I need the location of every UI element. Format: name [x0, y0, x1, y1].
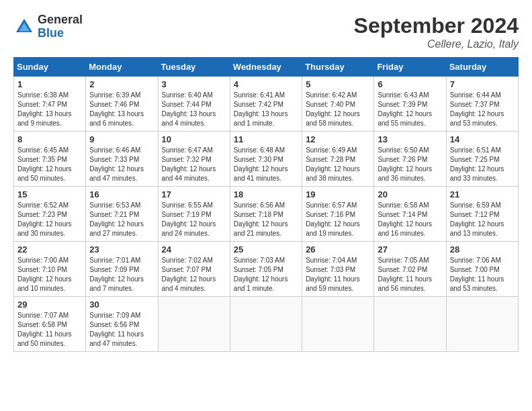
- week-row-3: 15Sunrise: 6:52 AM Sunset: 7:23 PM Dayli…: [14, 187, 519, 242]
- day-info: Sunrise: 6:43 AM Sunset: 7:39 PM Dayligh…: [378, 91, 442, 128]
- day-info: Sunrise: 6:45 AM Sunset: 7:35 PM Dayligh…: [17, 146, 82, 183]
- day-number: 8: [17, 134, 82, 144]
- weekday-header-row: SundayMondayTuesdayWednesdayThursdayFrid…: [14, 58, 519, 77]
- day-number: 29: [17, 300, 82, 310]
- day-number: 18: [234, 189, 298, 199]
- day-info: Sunrise: 6:55 AM Sunset: 7:19 PM Dayligh…: [162, 201, 226, 238]
- day-info: Sunrise: 6:38 AM Sunset: 7:47 PM Dayligh…: [17, 91, 82, 128]
- day-cell: 23Sunrise: 7:01 AM Sunset: 7:09 PM Dayli…: [86, 242, 158, 297]
- weekday-header-wednesday: Wednesday: [230, 58, 302, 77]
- day-cell: 26Sunrise: 7:04 AM Sunset: 7:03 PM Dayli…: [302, 242, 374, 297]
- day-cell: 13Sunrise: 6:50 AM Sunset: 7:26 PM Dayli…: [374, 132, 446, 187]
- day-number: 14: [450, 134, 515, 144]
- weekday-header-friday: Friday: [374, 58, 446, 77]
- day-info: Sunrise: 6:59 AM Sunset: 7:12 PM Dayligh…: [450, 201, 515, 238]
- day-cell: 3Sunrise: 6:40 AM Sunset: 7:44 PM Daylig…: [158, 77, 230, 132]
- day-info: Sunrise: 6:51 AM Sunset: 7:25 PM Dayligh…: [450, 146, 515, 183]
- day-info: Sunrise: 6:56 AM Sunset: 7:18 PM Dayligh…: [234, 201, 298, 238]
- day-number: 3: [162, 79, 226, 89]
- day-cell: 1Sunrise: 6:38 AM Sunset: 7:47 PM Daylig…: [14, 77, 86, 132]
- day-number: 12: [306, 134, 370, 144]
- weekday-header-tuesday: Tuesday: [158, 58, 230, 77]
- day-cell: 21Sunrise: 6:59 AM Sunset: 7:12 PM Dayli…: [446, 187, 518, 242]
- calendar: SundayMondayTuesdayWednesdayThursdayFrid…: [13, 57, 519, 352]
- day-number: 9: [89, 134, 154, 144]
- day-cell: 27Sunrise: 7:05 AM Sunset: 7:02 PM Dayli…: [374, 242, 446, 297]
- day-cell: 10Sunrise: 6:47 AM Sunset: 7:32 PM Dayli…: [158, 132, 230, 187]
- day-number: 27: [378, 244, 442, 255]
- day-info: Sunrise: 6:48 AM Sunset: 7:30 PM Dayligh…: [234, 146, 298, 183]
- week-row-4: 22Sunrise: 7:00 AM Sunset: 7:10 PM Dayli…: [14, 242, 519, 297]
- title-section: September 2024 Cellere, Lazio, Italy: [354, 13, 519, 50]
- day-cell: [374, 297, 446, 352]
- day-info: Sunrise: 6:57 AM Sunset: 7:16 PM Dayligh…: [306, 201, 370, 238]
- day-cell: 5Sunrise: 6:42 AM Sunset: 7:40 PM Daylig…: [302, 77, 374, 132]
- day-info: Sunrise: 6:40 AM Sunset: 7:44 PM Dayligh…: [162, 91, 226, 128]
- logo-text: General Blue: [38, 13, 83, 40]
- day-cell: 9Sunrise: 6:46 AM Sunset: 7:33 PM Daylig…: [86, 132, 158, 187]
- location: Cellere, Lazio, Italy: [354, 38, 519, 50]
- day-number: 24: [162, 244, 226, 255]
- logo-general: General: [38, 13, 83, 27]
- weekday-header-monday: Monday: [86, 58, 158, 77]
- day-info: Sunrise: 6:46 AM Sunset: 7:33 PM Dayligh…: [89, 146, 154, 183]
- day-info: Sunrise: 7:02 AM Sunset: 7:07 PM Dayligh…: [162, 256, 226, 293]
- page-header: General Blue September 2024 Cellere, Laz…: [13, 13, 519, 50]
- day-cell: [302, 297, 374, 352]
- day-number: 16: [89, 189, 154, 199]
- day-info: Sunrise: 7:00 AM Sunset: 7:10 PM Dayligh…: [17, 256, 82, 293]
- day-cell: 15Sunrise: 6:52 AM Sunset: 7:23 PM Dayli…: [14, 187, 86, 242]
- day-cell: 19Sunrise: 6:57 AM Sunset: 7:16 PM Dayli…: [302, 187, 374, 242]
- logo-icon: [13, 16, 35, 38]
- day-number: 7: [450, 79, 515, 89]
- day-cell: [230, 297, 302, 352]
- day-cell: 16Sunrise: 6:53 AM Sunset: 7:21 PM Dayli…: [86, 187, 158, 242]
- day-cell: 25Sunrise: 7:03 AM Sunset: 7:05 PM Dayli…: [230, 242, 302, 297]
- week-row-1: 1Sunrise: 6:38 AM Sunset: 7:47 PM Daylig…: [14, 77, 519, 132]
- day-number: 4: [234, 79, 298, 89]
- day-cell: 6Sunrise: 6:43 AM Sunset: 7:39 PM Daylig…: [374, 77, 446, 132]
- day-cell: 12Sunrise: 6:49 AM Sunset: 7:28 PM Dayli…: [302, 132, 374, 187]
- day-cell: [158, 297, 230, 352]
- day-info: Sunrise: 6:53 AM Sunset: 7:21 PM Dayligh…: [89, 201, 154, 238]
- weekday-header-saturday: Saturday: [446, 58, 518, 77]
- day-cell: 4Sunrise: 6:41 AM Sunset: 7:42 PM Daylig…: [230, 77, 302, 132]
- day-info: Sunrise: 6:58 AM Sunset: 7:14 PM Dayligh…: [378, 201, 442, 238]
- day-info: Sunrise: 7:07 AM Sunset: 6:58 PM Dayligh…: [17, 311, 82, 349]
- day-info: Sunrise: 6:49 AM Sunset: 7:28 PM Dayligh…: [306, 146, 370, 183]
- day-cell: 24Sunrise: 7:02 AM Sunset: 7:07 PM Dayli…: [158, 242, 230, 297]
- day-info: Sunrise: 7:01 AM Sunset: 7:09 PM Dayligh…: [89, 256, 154, 293]
- day-info: Sunrise: 6:42 AM Sunset: 7:40 PM Dayligh…: [306, 91, 370, 128]
- day-number: 30: [89, 300, 154, 310]
- day-info: Sunrise: 7:05 AM Sunset: 7:02 PM Dayligh…: [378, 256, 442, 293]
- day-number: 20: [378, 189, 442, 199]
- day-number: 19: [306, 189, 370, 199]
- day-cell: 20Sunrise: 6:58 AM Sunset: 7:14 PM Dayli…: [374, 187, 446, 242]
- day-info: Sunrise: 7:04 AM Sunset: 7:03 PM Dayligh…: [306, 256, 370, 293]
- day-cell: 29Sunrise: 7:07 AM Sunset: 6:58 PM Dayli…: [14, 297, 86, 352]
- day-number: 26: [306, 244, 370, 255]
- day-number: 11: [234, 134, 298, 144]
- day-cell: 8Sunrise: 6:45 AM Sunset: 7:35 PM Daylig…: [14, 132, 86, 187]
- day-number: 25: [234, 244, 298, 255]
- day-cell: [446, 297, 518, 352]
- day-info: Sunrise: 6:47 AM Sunset: 7:32 PM Dayligh…: [162, 146, 226, 183]
- day-info: Sunrise: 6:41 AM Sunset: 7:42 PM Dayligh…: [234, 91, 298, 128]
- day-cell: 28Sunrise: 7:06 AM Sunset: 7:00 PM Dayli…: [446, 242, 518, 297]
- logo-blue: Blue: [38, 27, 83, 40]
- day-number: 21: [450, 189, 515, 199]
- day-cell: 7Sunrise: 6:44 AM Sunset: 7:37 PM Daylig…: [446, 77, 518, 132]
- day-number: 13: [378, 134, 442, 144]
- day-number: 5: [306, 79, 370, 89]
- day-cell: 18Sunrise: 6:56 AM Sunset: 7:18 PM Dayli…: [230, 187, 302, 242]
- day-number: 15: [17, 189, 82, 199]
- day-cell: 22Sunrise: 7:00 AM Sunset: 7:10 PM Dayli…: [14, 242, 86, 297]
- day-cell: 30Sunrise: 7:09 AM Sunset: 6:56 PM Dayli…: [86, 297, 158, 352]
- day-info: Sunrise: 7:03 AM Sunset: 7:05 PM Dayligh…: [234, 256, 298, 293]
- week-row-5: 29Sunrise: 7:07 AM Sunset: 6:58 PM Dayli…: [14, 297, 519, 352]
- day-info: Sunrise: 6:44 AM Sunset: 7:37 PM Dayligh…: [450, 91, 515, 128]
- day-cell: 14Sunrise: 6:51 AM Sunset: 7:25 PM Dayli…: [446, 132, 518, 187]
- logo: General Blue: [13, 13, 83, 40]
- day-number: 22: [17, 244, 82, 255]
- day-number: 17: [162, 189, 226, 199]
